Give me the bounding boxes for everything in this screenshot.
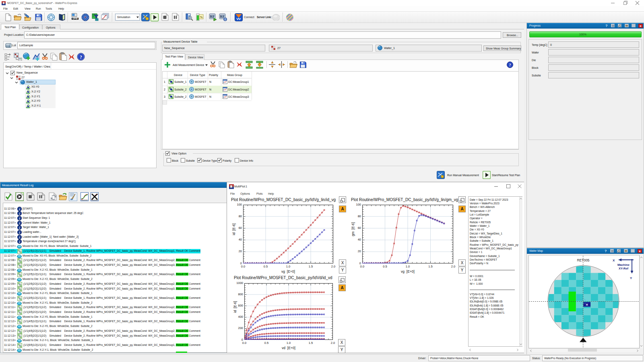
svg-text:GPIB: GPIB	[72, 17, 78, 20]
svg-text:X: X	[613, 259, 615, 262]
svg-text:XY-Ref: XY-Ref	[619, 267, 629, 270]
svg-text:H: H	[586, 303, 588, 306]
svg-text:RET005: RET005	[577, 258, 589, 262]
svg-text:?: ?	[509, 63, 511, 67]
svg-text:?: ?	[80, 54, 82, 60]
svg-text:Machine: Machine	[617, 263, 630, 267]
svg-text:%: %	[200, 16, 203, 19]
svg-text:Y: Y	[630, 276, 632, 280]
svg-text:RF: RF	[210, 14, 215, 19]
